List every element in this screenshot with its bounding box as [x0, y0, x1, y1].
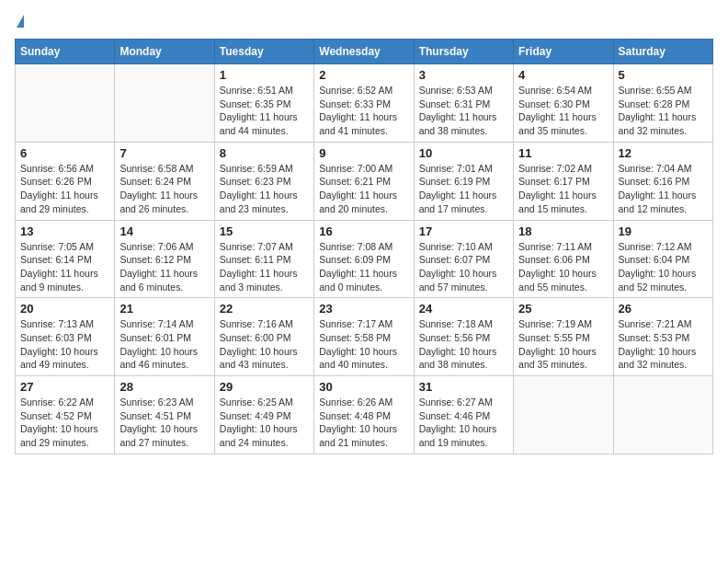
day-number: 22	[220, 302, 309, 316]
day-info: Sunrise: 6:52 AM Sunset: 6:33 PM Dayligh…	[319, 84, 408, 138]
calendar-cell: 29Sunrise: 6:25 AM Sunset: 4:49 PM Dayli…	[214, 376, 313, 454]
day-number: 30	[319, 380, 408, 394]
calendar-cell: 19Sunrise: 7:12 AM Sunset: 6:04 PM Dayli…	[613, 220, 712, 298]
calendar-cell	[514, 376, 613, 454]
day-info: Sunrise: 7:07 AM Sunset: 6:11 PM Dayligh…	[220, 240, 309, 294]
day-number: 25	[518, 302, 608, 316]
day-number: 28	[119, 380, 209, 394]
day-info: Sunrise: 6:22 AM Sunset: 4:52 PM Dayligh…	[20, 396, 109, 450]
day-info: Sunrise: 6:55 AM Sunset: 6:28 PM Dayligh…	[619, 84, 708, 138]
calendar-week-row: 1Sunrise: 6:51 AM Sunset: 6:35 PM Daylig…	[16, 64, 713, 143]
day-info: Sunrise: 7:06 AM Sunset: 6:12 PM Dayligh…	[119, 240, 209, 294]
day-info: Sunrise: 7:08 AM Sunset: 6:09 PM Dayligh…	[319, 240, 408, 294]
day-number: 12	[619, 146, 708, 160]
day-number: 8	[220, 146, 309, 160]
day-number: 7	[119, 146, 209, 160]
day-number: 27	[20, 380, 109, 394]
day-info: Sunrise: 7:19 AM Sunset: 5:55 PM Dayligh…	[518, 317, 608, 372]
day-info: Sunrise: 7:05 AM Sunset: 6:14 PM Dayligh…	[20, 240, 109, 294]
calendar-cell: 13Sunrise: 7:05 AM Sunset: 6:14 PM Dayli…	[16, 220, 115, 298]
day-info: Sunrise: 7:01 AM Sunset: 6:19 PM Dayligh…	[419, 162, 508, 216]
calendar-cell: 22Sunrise: 7:16 AM Sunset: 6:00 PM Dayli…	[214, 298, 313, 376]
calendar-cell: 17Sunrise: 7:10 AM Sunset: 6:07 PM Dayli…	[414, 220, 513, 298]
day-number: 13	[20, 224, 109, 238]
day-info: Sunrise: 7:02 AM Sunset: 6:17 PM Dayligh…	[518, 162, 608, 216]
calendar-cell: 1Sunrise: 6:51 AM Sunset: 6:35 PM Daylig…	[214, 64, 313, 143]
weekday-header: Tuesday	[214, 40, 313, 64]
day-info: Sunrise: 7:11 AM Sunset: 6:06 PM Dayligh…	[518, 240, 608, 294]
day-info: Sunrise: 7:16 AM Sunset: 6:00 PM Dayligh…	[220, 317, 309, 372]
day-info: Sunrise: 6:27 AM Sunset: 4:46 PM Dayligh…	[419, 396, 508, 450]
calendar-cell: 26Sunrise: 7:21 AM Sunset: 5:53 PM Dayli…	[613, 298, 712, 376]
calendar-cell: 3Sunrise: 6:53 AM Sunset: 6:31 PM Daylig…	[414, 64, 513, 143]
weekday-header: Thursday	[414, 40, 513, 64]
day-info: Sunrise: 6:54 AM Sunset: 6:30 PM Dayligh…	[518, 84, 608, 138]
day-number: 19	[619, 224, 708, 238]
day-info: Sunrise: 7:00 AM Sunset: 6:21 PM Dayligh…	[319, 162, 408, 216]
calendar-cell: 24Sunrise: 7:18 AM Sunset: 5:56 PM Dayli…	[414, 298, 513, 376]
day-number: 4	[518, 68, 608, 82]
day-number: 18	[518, 224, 608, 238]
weekday-header: Friday	[514, 40, 613, 64]
calendar-cell: 16Sunrise: 7:08 AM Sunset: 6:09 PM Dayli…	[314, 220, 414, 298]
day-info: Sunrise: 7:14 AM Sunset: 6:01 PM Dayligh…	[119, 317, 209, 372]
day-info: Sunrise: 6:58 AM Sunset: 6:24 PM Dayligh…	[119, 162, 209, 216]
day-number: 9	[319, 146, 408, 160]
calendar-cell: 11Sunrise: 7:02 AM Sunset: 6:17 PM Dayli…	[514, 142, 613, 220]
day-number: 20	[20, 302, 109, 316]
calendar-cell: 20Sunrise: 7:13 AM Sunset: 6:03 PM Dayli…	[16, 298, 115, 376]
day-info: Sunrise: 6:25 AM Sunset: 4:49 PM Dayligh…	[220, 396, 309, 450]
calendar-cell: 18Sunrise: 7:11 AM Sunset: 6:06 PM Dayli…	[514, 220, 613, 298]
calendar-table: SundayMondayTuesdayWednesdayThursdayFrid…	[15, 39, 713, 454]
day-number: 6	[20, 146, 109, 160]
calendar-header-row: SundayMondayTuesdayWednesdayThursdayFrid…	[16, 40, 713, 64]
day-number: 11	[518, 146, 608, 160]
day-info: Sunrise: 6:51 AM Sunset: 6:35 PM Dayligh…	[220, 84, 309, 138]
day-info: Sunrise: 7:04 AM Sunset: 6:16 PM Dayligh…	[619, 162, 708, 216]
calendar-cell: 23Sunrise: 7:17 AM Sunset: 5:58 PM Dayli…	[314, 298, 414, 376]
day-number: 16	[319, 224, 408, 238]
day-info: Sunrise: 6:59 AM Sunset: 6:23 PM Dayligh…	[220, 162, 309, 216]
calendar-cell: 7Sunrise: 6:58 AM Sunset: 6:24 PM Daylig…	[115, 142, 214, 220]
day-info: Sunrise: 6:26 AM Sunset: 4:48 PM Dayligh…	[319, 396, 408, 450]
calendar-cell: 9Sunrise: 7:00 AM Sunset: 6:21 PM Daylig…	[314, 142, 414, 220]
calendar-cell: 21Sunrise: 7:14 AM Sunset: 6:01 PM Dayli…	[115, 298, 214, 376]
day-info: Sunrise: 7:12 AM Sunset: 6:04 PM Dayligh…	[619, 240, 708, 294]
day-number: 17	[419, 224, 508, 238]
calendar-cell: 30Sunrise: 6:26 AM Sunset: 4:48 PM Dayli…	[314, 376, 414, 454]
calendar-cell: 4Sunrise: 6:54 AM Sunset: 6:30 PM Daylig…	[514, 64, 613, 143]
day-number: 3	[419, 68, 508, 82]
calendar-cell: 25Sunrise: 7:19 AM Sunset: 5:55 PM Dayli…	[514, 298, 613, 376]
day-number: 29	[220, 380, 309, 394]
day-number: 1	[220, 68, 309, 82]
calendar-cell: 12Sunrise: 7:04 AM Sunset: 6:16 PM Dayli…	[613, 142, 712, 220]
calendar-week-row: 27Sunrise: 6:22 AM Sunset: 4:52 PM Dayli…	[16, 376, 713, 454]
calendar-cell: 8Sunrise: 6:59 AM Sunset: 6:23 PM Daylig…	[214, 142, 313, 220]
calendar-cell: 15Sunrise: 7:07 AM Sunset: 6:11 PM Dayli…	[214, 220, 313, 298]
day-info: Sunrise: 6:53 AM Sunset: 6:31 PM Dayligh…	[419, 84, 508, 138]
logo-triangle-icon	[17, 15, 24, 28]
day-info: Sunrise: 7:18 AM Sunset: 5:56 PM Dayligh…	[419, 317, 508, 372]
calendar-cell: 14Sunrise: 7:06 AM Sunset: 6:12 PM Dayli…	[115, 220, 214, 298]
day-number: 10	[419, 146, 508, 160]
day-info: Sunrise: 7:10 AM Sunset: 6:07 PM Dayligh…	[419, 240, 508, 294]
day-number: 2	[319, 68, 408, 82]
calendar-cell	[115, 64, 214, 143]
day-number: 26	[619, 302, 708, 316]
calendar-week-row: 6Sunrise: 6:56 AM Sunset: 6:26 PM Daylig…	[16, 142, 713, 220]
weekday-header: Monday	[115, 40, 214, 64]
weekday-header: Sunday	[16, 40, 115, 64]
page-header	[15, 15, 713, 28]
calendar-cell: 27Sunrise: 6:22 AM Sunset: 4:52 PM Dayli…	[16, 376, 115, 454]
calendar-cell: 6Sunrise: 6:56 AM Sunset: 6:26 PM Daylig…	[16, 142, 115, 220]
logo	[15, 15, 24, 28]
day-number: 5	[619, 68, 708, 82]
weekday-header: Wednesday	[314, 40, 414, 64]
calendar-week-row: 13Sunrise: 7:05 AM Sunset: 6:14 PM Dayli…	[16, 220, 713, 298]
day-number: 15	[220, 224, 309, 238]
day-info: Sunrise: 7:21 AM Sunset: 5:53 PM Dayligh…	[619, 317, 708, 372]
calendar-cell: 10Sunrise: 7:01 AM Sunset: 6:19 PM Dayli…	[414, 142, 513, 220]
calendar-cell: 5Sunrise: 6:55 AM Sunset: 6:28 PM Daylig…	[613, 64, 712, 143]
calendar-cell: 2Sunrise: 6:52 AM Sunset: 6:33 PM Daylig…	[314, 64, 414, 143]
day-info: Sunrise: 6:56 AM Sunset: 6:26 PM Dayligh…	[20, 162, 109, 216]
